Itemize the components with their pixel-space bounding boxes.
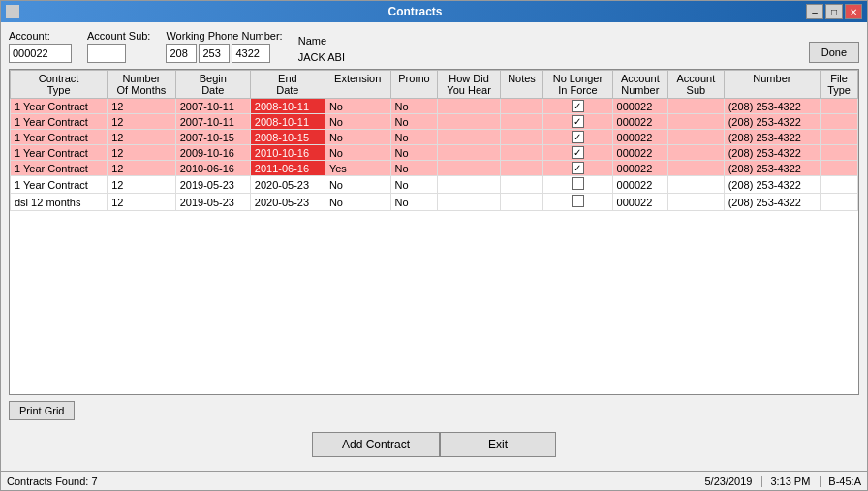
checkbox-display[interactable]: ✓ bbox=[572, 115, 584, 128]
col-file-type: FileType bbox=[821, 71, 858, 99]
phone-label: Working Phone Number: bbox=[166, 30, 282, 42]
status-code: B-45:A bbox=[820, 476, 861, 487]
name-label: Name bbox=[298, 35, 345, 46]
status-time: 3:13 PM bbox=[761, 476, 810, 487]
bottom-controls: Print Grid bbox=[9, 401, 859, 420]
table-row[interactable]: 1 Year Contract122009-10-162010-10-16NoN… bbox=[11, 145, 858, 161]
table-row[interactable]: 1 Year Contract122007-10-112008-10-11NoN… bbox=[11, 114, 858, 130]
done-btn-area: Done bbox=[809, 42, 859, 63]
account-label: Account: bbox=[9, 30, 72, 42]
name-group: Name JACK ABI bbox=[298, 35, 345, 63]
col-notes: Notes bbox=[500, 71, 543, 99]
print-grid-button[interactable]: Print Grid bbox=[9, 401, 75, 420]
col-promo: Promo bbox=[390, 71, 438, 99]
col-num-months: NumberOf Months bbox=[108, 71, 176, 99]
add-contract-button[interactable]: Add Contract bbox=[312, 432, 440, 457]
no-longer-cell: ✓ bbox=[543, 114, 612, 130]
maximize-button[interactable]: □ bbox=[825, 4, 843, 19]
account-group: Account: bbox=[9, 30, 72, 63]
table-row[interactable]: 1 Year Contract122010-06-162011-06-16Yes… bbox=[11, 161, 858, 176]
phone-input-3[interactable] bbox=[232, 44, 270, 63]
app-icon bbox=[6, 5, 19, 18]
no-longer-cell: ✓ bbox=[543, 145, 612, 161]
col-begin-date: BeginDate bbox=[175, 71, 250, 99]
account-input[interactable] bbox=[9, 44, 72, 63]
col-number: Number bbox=[724, 71, 820, 99]
no-longer-cell: ✓ bbox=[543, 161, 612, 176]
phone-input-2[interactable] bbox=[199, 44, 230, 63]
action-buttons: Add Contract Exit bbox=[9, 426, 859, 463]
checkbox-display[interactable]: ✓ bbox=[572, 100, 584, 112]
table-row[interactable]: 1 Year Contract122007-10-152008-10-15NoN… bbox=[11, 130, 858, 145]
col-no-longer: No LongerIn Force bbox=[543, 71, 612, 99]
col-contract-type: ContractType bbox=[11, 71, 108, 99]
checkbox-display[interactable]: ✓ bbox=[572, 146, 584, 159]
table-row[interactable]: dsl 12 months122019-05-232020-05-23NoNo0… bbox=[11, 194, 858, 211]
table-body: 1 Year Contract122007-10-112008-10-11NoN… bbox=[11, 99, 858, 211]
account-sub-label: Account Sub: bbox=[87, 30, 150, 42]
checkbox-display[interactable]: ✓ bbox=[572, 162, 584, 174]
window-title: Contracts bbox=[24, 5, 806, 18]
no-longer-cell bbox=[543, 176, 612, 194]
close-button[interactable]: ✕ bbox=[845, 4, 862, 19]
checkbox-display[interactable] bbox=[572, 195, 584, 207]
account-sub-input[interactable] bbox=[87, 44, 126, 63]
table-row[interactable]: 1 Year Contract122007-10-112008-10-11NoN… bbox=[11, 99, 858, 114]
no-longer-cell: ✓ bbox=[543, 99, 612, 114]
name-value: JACK ABI bbox=[298, 48, 345, 63]
title-bar: Contracts – □ ✕ bbox=[1, 1, 867, 22]
phone-input-1[interactable] bbox=[166, 44, 197, 63]
content-area: Account: Account Sub: Working Phone Numb… bbox=[1, 22, 867, 471]
minimize-button[interactable]: – bbox=[806, 4, 823, 19]
col-end-date: EndDate bbox=[250, 71, 325, 99]
exit-button[interactable]: Exit bbox=[440, 432, 556, 457]
status-date: 5/23/2019 bbox=[704, 476, 752, 487]
col-account-sub: AccountSub bbox=[668, 71, 725, 99]
col-account-number: AccountNumber bbox=[612, 71, 668, 99]
main-window: Contracts – □ ✕ Account: Account Sub: Wo… bbox=[0, 0, 868, 491]
checkbox-display[interactable] bbox=[572, 177, 584, 190]
col-extension: Extension bbox=[325, 71, 390, 99]
table-header-row: ContractType NumberOf Months BeginDate E… bbox=[11, 71, 858, 99]
contracts-table-container: ContractType NumberOf Months BeginDate E… bbox=[9, 69, 859, 395]
no-longer-cell bbox=[543, 194, 612, 211]
phone-inputs bbox=[166, 44, 282, 63]
done-button[interactable]: Done bbox=[809, 42, 859, 63]
checkbox-display[interactable]: ✓ bbox=[572, 131, 584, 143]
col-how-did: How DidYou Hear bbox=[438, 71, 500, 99]
table-row[interactable]: 1 Year Contract122019-05-232020-05-23NoN… bbox=[11, 176, 858, 194]
phone-group: Working Phone Number: bbox=[166, 30, 282, 63]
account-sub-group: Account Sub: bbox=[87, 30, 150, 63]
no-longer-cell: ✓ bbox=[543, 130, 612, 145]
status-right: 5/23/2019 3:13 PM B-45:A bbox=[704, 476, 861, 487]
contracts-found: Contracts Found: 7 bbox=[7, 476, 98, 487]
contracts-table: ContractType NumberOf Months BeginDate E… bbox=[10, 70, 858, 211]
status-bar: Contracts Found: 7 5/23/2019 3:13 PM B-4… bbox=[1, 471, 867, 490]
title-buttons: – □ ✕ bbox=[806, 4, 862, 19]
top-bar: Account: Account Sub: Working Phone Numb… bbox=[9, 30, 859, 63]
